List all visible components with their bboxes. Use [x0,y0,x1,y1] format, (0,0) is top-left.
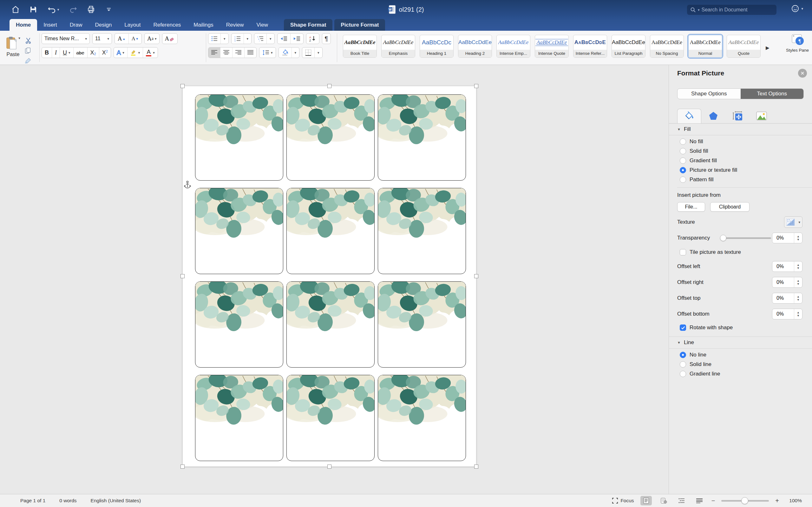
panel-close-button[interactable] [798,69,807,78]
feedback-button[interactable]: ▾ [791,4,803,13]
line-spacing-button[interactable]: ▾ [259,48,275,58]
fill-line-tab[interactable] [677,109,701,123]
search-input[interactable] [702,7,773,13]
line-option-solid-line[interactable]: Solid line [680,361,812,368]
show-paragraph-marks-button[interactable]: ¶ [322,33,331,44]
style-intense-quote[interactable]: AaBbCcDdEe Intense Quote [535,35,569,58]
multilevel-list-button[interactable]: 1ai [254,34,267,44]
label-card[interactable] [378,188,466,274]
outline-view-button[interactable] [676,496,687,505]
label-card[interactable] [195,188,283,274]
style-book-title[interactable]: AaBbCcDdEe Book Title [343,35,377,58]
decrease-indent-button[interactable] [277,34,291,44]
style-intense-emphasis[interactable]: AaBbCcDdEe Intense Emp... [496,35,530,58]
label-card[interactable] [195,281,283,368]
shading-button[interactable] [279,48,292,58]
zoom-slider[interactable] [721,500,769,502]
selection-handle-bottom-center[interactable] [327,464,332,469]
style-emphasis[interactable]: AaBbCcDdEe Emphasis [381,35,415,58]
rotate-with-shape-checkbox-row[interactable]: Rotate with shape [680,325,812,331]
increase-indent-button[interactable] [291,34,303,44]
customize-toolbar-icon[interactable] [104,5,113,14]
fill-option-pattern-fill[interactable]: Pattern fill [680,176,812,183]
font-size-select[interactable]: 11▾ [92,33,112,44]
stepper-arrows[interactable]: ▲▼ [794,262,802,272]
zoom-out-button[interactable]: − [711,497,715,504]
stepper-arrows[interactable]: ▲▼ [794,277,802,287]
selection-handle-top-left[interactable] [181,84,185,88]
justify-button[interactable] [245,48,256,58]
language[interactable]: English (United States) [91,498,141,504]
borders-button[interactable] [302,48,315,58]
label-card[interactable] [195,375,283,461]
subscript-button[interactable]: X2 [88,48,99,58]
redo-button-disabled[interactable] [68,5,78,14]
multilevel-list-caret[interactable]: ▾ [267,34,274,44]
zoom-in-button[interactable]: + [775,497,779,504]
picture-tab[interactable] [750,109,774,123]
tab-review[interactable]: Review [220,19,250,31]
underline-button[interactable]: U▾ [60,48,73,58]
file-button[interactable]: File... [677,202,705,212]
shrink-font-button[interactable]: A▼ [129,34,142,44]
tab-text-options[interactable]: Text Options [741,89,804,99]
page-count[interactable]: Page 1 of 1 [20,498,45,504]
selection-handle-middle-left[interactable] [181,274,185,278]
offset-bottom-spinner[interactable]: 0% ▲▼ [772,308,803,320]
change-case-button[interactable]: Aa▾ [144,33,159,44]
font-name-select[interactable]: Times New R...▾ [42,33,90,44]
selection-handle-top-right[interactable] [474,84,478,88]
tab-view[interactable]: View [250,19,274,31]
align-left-button[interactable] [208,48,220,58]
line-option-gradient-line[interactable]: Gradient line [680,371,812,377]
document-page[interactable] [183,86,476,467]
label-card[interactable] [287,95,374,181]
search-scope-caret-icon[interactable]: ▾ [698,8,700,12]
fill-option-solid-fill[interactable]: Solid fill [680,148,812,154]
bullet-list-button[interactable] [208,34,221,44]
tab-insert[interactable]: Insert [37,19,63,31]
borders-caret[interactable]: ▾ [315,48,322,58]
align-center-button[interactable] [220,48,233,58]
undo-caret-icon[interactable]: ▾ [57,8,59,11]
clipboard-button[interactable]: Clipboard [710,202,750,212]
document-canvas[interactable] [0,65,669,494]
save-icon[interactable] [29,5,38,14]
stepper-arrows[interactable]: ▲▼ [794,293,802,303]
cut-icon[interactable] [25,37,32,44]
label-card[interactable] [378,375,466,461]
fill-option-gradient-fill[interactable]: Gradient fill [680,158,812,164]
bullet-list-caret[interactable]: ▾ [221,34,229,44]
label-card[interactable] [378,281,466,368]
clear-formatting-button[interactable]: A [162,33,178,44]
tab-references[interactable]: References [147,19,187,31]
text-effects-button[interactable]: A▾ [114,48,128,58]
zoom-percent[interactable]: 100% [785,498,802,504]
stepper-arrows[interactable]: ▲▼ [794,309,802,319]
align-right-button[interactable] [233,48,245,58]
paste-caret-icon[interactable]: ▾ [18,37,20,40]
transparency-slider[interactable] [721,237,771,239]
offset-left-spinner[interactable]: 0% ▲▼ [772,261,803,272]
word-count[interactable]: 0 words [59,498,77,504]
font-color-button[interactable]: A ▾ [143,48,158,58]
selection-handle-bottom-right[interactable] [474,464,478,469]
transparency-spinner[interactable]: 0% ▲▼ [772,233,803,243]
copy-icon[interactable] [25,47,31,54]
undo-button[interactable]: ▾ [46,5,60,14]
sort-button[interactable]: AZ [306,33,319,44]
line-option-no-line[interactable]: No line [680,352,812,358]
label-card[interactable] [287,281,374,368]
style-no-spacing[interactable]: AaBbCcDdEe No Spacing [650,35,684,58]
focus-button[interactable]: Focus [612,498,634,504]
layout-properties-tab[interactable] [725,109,750,123]
fill-section-header[interactable]: ▼ Fill [669,124,812,135]
tab-home[interactable]: Home [9,19,37,31]
styles-pane-button[interactable]: ¶ Styles Pane [783,31,812,65]
grow-font-button[interactable]: A▲ [115,34,129,44]
highlight-color-button[interactable]: ▾ [128,48,143,58]
numbered-list-caret[interactable]: ▾ [244,34,252,44]
shading-caret[interactable]: ▾ [292,48,299,58]
label-card[interactable] [287,188,374,274]
tile-picture-checkbox-row[interactable]: Tile picture as texture [680,249,812,256]
